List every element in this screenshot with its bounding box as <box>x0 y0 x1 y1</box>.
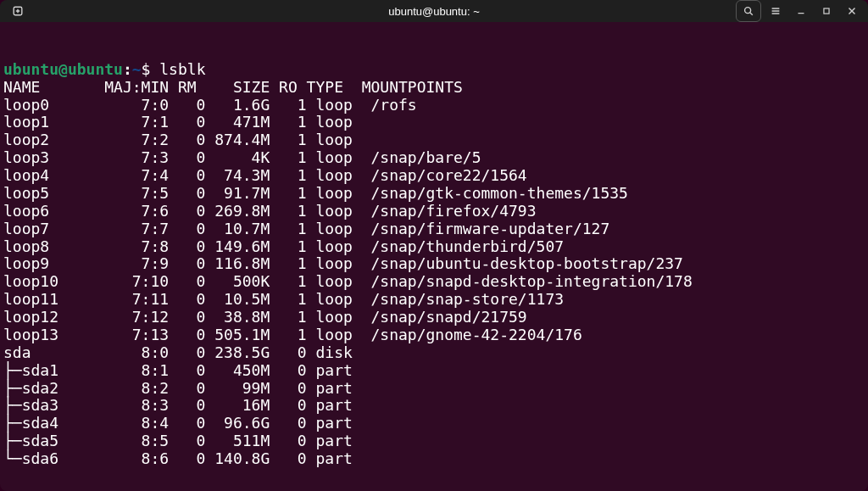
hamburger-menu-button[interactable] <box>765 0 787 22</box>
maximize-button[interactable] <box>815 0 837 22</box>
close-button[interactable] <box>841 0 863 22</box>
svg-line-4 <box>750 13 753 15</box>
terminal-output: ubuntu@ubuntu:~$ lsblk NAME MAJ:MIN RM S… <box>3 61 865 468</box>
svg-rect-9 <box>824 8 829 14</box>
svg-point-3 <box>745 8 751 14</box>
terminal-window: ubuntu@ubuntu: ~ <box>0 0 868 491</box>
new-tab-button[interactable] <box>7 0 29 22</box>
terminal-viewport[interactable]: ubuntu@ubuntu:~$ lsblk NAME MAJ:MIN RM S… <box>0 22 868 491</box>
titlebar: ubuntu@ubuntu: ~ <box>0 0 868 22</box>
minimize-button[interactable] <box>790 0 812 22</box>
search-button[interactable] <box>736 0 761 22</box>
